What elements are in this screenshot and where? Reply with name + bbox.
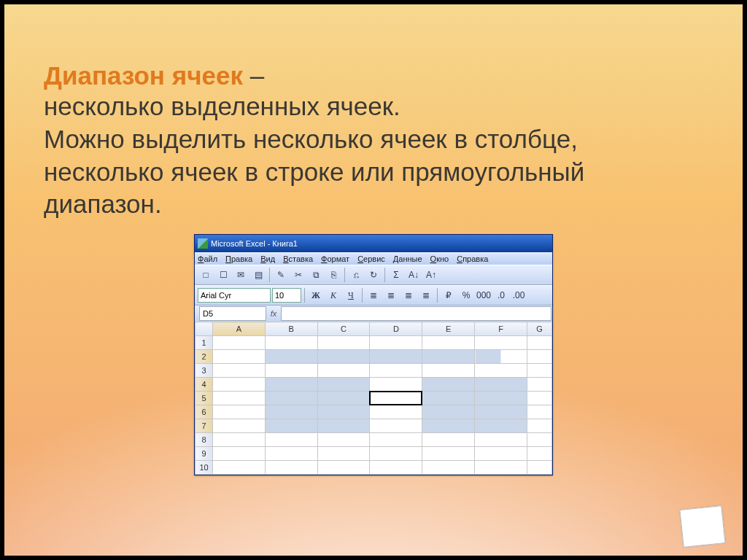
menu-window[interactable]: Окно <box>430 254 449 263</box>
separator-icon <box>437 288 438 303</box>
col-header-f[interactable]: F <box>475 322 527 336</box>
spell-icon[interactable]: ✎ <box>273 267 289 283</box>
sum-icon[interactable]: Σ <box>388 267 404 283</box>
row-header[interactable]: 4 <box>196 378 213 392</box>
underline-button[interactable]: Ч <box>343 287 359 303</box>
formula-input[interactable] <box>281 306 551 321</box>
row-header[interactable]: 7 <box>196 419 213 433</box>
row-header[interactable]: 2 <box>196 350 213 364</box>
col-header-g[interactable]: G <box>527 322 552 336</box>
separator-icon <box>344 268 345 282</box>
currency-icon[interactable]: ₽ <box>441 287 457 303</box>
menu-edit[interactable]: Правка <box>225 254 252 263</box>
excel-window: Microsoft Excel - Книга1 Файл Правка Вид… <box>194 234 553 475</box>
separator-icon <box>304 288 305 303</box>
col-header-d[interactable]: D <box>370 322 422 336</box>
comma-icon[interactable]: 000 <box>476 287 492 303</box>
page-curl-icon <box>679 505 725 548</box>
cut-icon[interactable]: ✂ <box>290 267 306 283</box>
formula-bar: D5 fx <box>195 306 552 322</box>
menu-tools[interactable]: Сервис <box>357 254 385 263</box>
spreadsheet-grid[interactable]: A B C D E F G 1 2 3 4 5 6 7 8 9 10 <box>195 322 552 475</box>
row-header[interactable]: 3 <box>196 364 213 378</box>
row-header[interactable]: 9 <box>196 447 213 461</box>
redo-icon[interactable]: ↻ <box>365 267 382 283</box>
print-icon[interactable]: ▤ <box>250 267 266 283</box>
menu-insert[interactable]: Вставка <box>283 254 313 263</box>
sort-desc-icon[interactable]: A↑ <box>423 267 439 283</box>
new-icon[interactable]: □ <box>198 267 214 283</box>
align-right-icon[interactable]: ≣ <box>400 287 417 303</box>
bold-button[interactable]: Ж <box>308 287 324 303</box>
menubar: Файл Правка Вид Вставка Формат Сервис Да… <box>195 252 552 265</box>
percent-icon[interactable]: % <box>458 287 474 303</box>
select-all-corner[interactable] <box>196 322 213 336</box>
row-header[interactable]: 10 <box>196 461 213 475</box>
row-header[interactable]: 1 <box>196 336 213 350</box>
heading-term: Диапазон ячеек <box>44 61 243 90</box>
open-icon[interactable]: ☐ <box>215 267 231 283</box>
col-header-a[interactable]: A <box>213 322 266 336</box>
copy-icon[interactable]: ⧉ <box>308 267 324 283</box>
menu-format[interactable]: Формат <box>321 254 349 263</box>
grid-body: 1 2 3 4 5 6 7 8 9 10 <box>196 336 552 475</box>
col-header-c[interactable]: C <box>317 322 370 336</box>
heading-dash: – <box>243 61 264 90</box>
separator-icon <box>269 268 270 282</box>
formatting-toolbar: Arial Cyr 10 Ж К Ч ≣ ≣ ≣ ≣ ₽ % 000 .0 .0… <box>195 285 552 306</box>
dec-dec-icon[interactable]: .00 <box>511 287 527 303</box>
standard-toolbar: □ ☐ ✉ ▤ ✎ ✂ ⧉ ⎘ ⎌ ↻ Σ A↓ A↑ <box>195 265 552 285</box>
save-icon[interactable]: ✉ <box>233 267 249 283</box>
col-header-b[interactable]: B <box>265 322 317 336</box>
separator-icon <box>362 288 363 303</box>
sort-asc-icon[interactable]: A↓ <box>406 267 422 283</box>
titlebar: Microsoft Excel - Книга1 <box>195 235 552 252</box>
menu-help[interactable]: Справка <box>457 254 488 263</box>
align-center-icon[interactable]: ≣ <box>383 287 399 303</box>
active-cell <box>370 392 422 405</box>
fx-icon[interactable]: fx <box>266 309 281 318</box>
undo-icon[interactable]: ⎌ <box>348 267 364 283</box>
name-box[interactable]: D5 <box>199 306 266 321</box>
row-header[interactable]: 5 <box>196 392 213 405</box>
menu-data[interactable]: Данные <box>393 254 422 263</box>
paste-icon[interactable]: ⎘ <box>325 267 341 283</box>
dec-inc-icon[interactable]: .0 <box>493 287 509 303</box>
text-block: Диапазон ячеек – несколько выделенных яч… <box>44 61 703 221</box>
italic-button[interactable]: К <box>325 287 341 303</box>
column-header-row: A B C D E F G <box>196 322 552 336</box>
window-title: Microsoft Excel - Книга1 <box>211 235 298 252</box>
col-header-e[interactable]: E <box>422 322 475 336</box>
menu-view[interactable]: Вид <box>260 254 275 263</box>
separator-icon <box>384 268 385 282</box>
font-name-selector[interactable]: Arial Cyr <box>198 288 271 303</box>
row-header[interactable]: 8 <box>196 433 213 447</box>
body-text: несколько выделенных ячеек. Можно выдели… <box>44 90 703 221</box>
font-size-selector[interactable]: 10 <box>272 288 301 303</box>
slide: Диапазон ячеек – несколько выделенных яч… <box>0 0 747 560</box>
excel-app-icon <box>198 238 208 249</box>
row-header[interactable]: 6 <box>196 405 213 419</box>
align-left-icon[interactable]: ≣ <box>365 287 382 303</box>
menu-file[interactable]: Файл <box>198 254 217 263</box>
merge-icon[interactable]: ≣ <box>418 287 434 303</box>
